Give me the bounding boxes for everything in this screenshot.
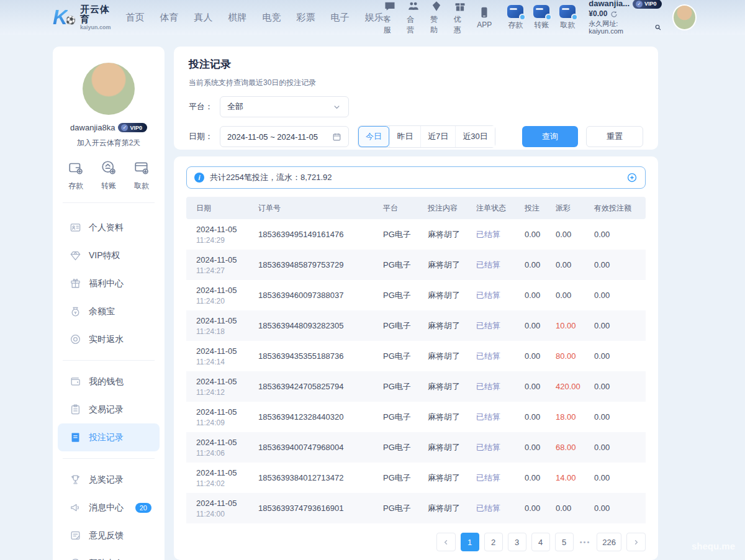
platform: PG电子 (383, 260, 428, 271)
phone-link[interactable]: APP (477, 6, 492, 29)
divider (63, 202, 155, 203)
table-row: 2024-11-05 11:24:27 1853639485879753729 … (186, 250, 646, 280)
avatar[interactable] (672, 4, 697, 30)
username[interactable]: dawanjia... (589, 0, 630, 9)
search-icon[interactable] (654, 24, 662, 31)
column-header: 订单号 (258, 203, 383, 214)
people-icon (407, 0, 420, 12)
transfer-card-icon (533, 5, 549, 18)
diamond-link[interactable]: 赞助 (430, 0, 443, 35)
nav-item-棋牌[interactable]: 棋牌 (228, 12, 247, 24)
quick-action-transfer[interactable]: 转账 (101, 160, 117, 191)
nav-item-体育[interactable]: 体育 (160, 12, 179, 24)
page-button-5[interactable]: 5 (555, 533, 574, 551)
refresh-icon[interactable] (610, 11, 618, 18)
chat-link[interactable]: 客服 (384, 0, 397, 35)
sidebar-item-transactions[interactable]: 交易记录 (58, 395, 160, 423)
bet-status: 已结算 (476, 472, 525, 484)
sidebar-item-money-bag[interactable]: 余额宝 (58, 297, 160, 325)
people-link[interactable]: 合营 (407, 0, 420, 35)
page-button-1[interactable]: 1 (461, 533, 479, 551)
page-button-3[interactable]: 3 (508, 533, 526, 551)
order-number: 1853639448093282305 (258, 321, 383, 330)
sidebar-menu: 个人资料VIP特权福利中心余额宝实时返水我的钱包交易记录投注记录兑奖记录消息中心… (53, 205, 165, 560)
quick-action-deposit[interactable]: 存款 (68, 160, 84, 191)
bet-amount: 0.00 (525, 321, 556, 330)
unread-badge: 20 (135, 503, 151, 513)
range-button-近7日[interactable]: 近7日 (420, 126, 455, 147)
bet-status: 已结算 (476, 260, 525, 271)
order-number: 1853639384012713472 (258, 473, 383, 482)
sidebar-item-help[interactable]: 帮助中心 (58, 549, 160, 560)
search-button[interactable]: 查询 (522, 126, 578, 147)
bet-date: 2024-11-05 (196, 377, 258, 386)
sidebar-item-rebate[interactable]: 实时返水 (58, 325, 160, 353)
info-icon: i (194, 173, 204, 183)
brand-logo[interactable]: K ⚽ 开云体育 kaiyun.com (53, 4, 111, 31)
gift-link[interactable]: 优惠 (454, 0, 467, 35)
bet-content: 麻将胡了 (428, 229, 476, 240)
reset-button[interactable]: 重置 (586, 126, 643, 147)
deposit-card-icon (507, 5, 523, 18)
menu-group: 个人资料VIP特权福利中心余额宝实时返水 (53, 209, 165, 358)
sidebar-item-id-card[interactable]: 个人资料 (58, 214, 160, 242)
bet-time: 11:24:27 (196, 266, 258, 275)
transfer-card-link[interactable]: 转账 (533, 5, 549, 30)
sidebar-item-vip-gem[interactable]: VIP特权 (58, 242, 160, 269)
deposit-card-link[interactable]: 存款 (507, 5, 523, 30)
page-button-2[interactable]: 2 (484, 533, 503, 551)
expand-button[interactable] (626, 172, 638, 183)
bet-content: 麻将胡了 (428, 472, 476, 484)
bet-time: 11:24:09 (196, 418, 258, 427)
withdraw-card-link[interactable]: 取款 (559, 5, 576, 30)
range-button-近30日[interactable]: 近30日 (455, 126, 494, 147)
date-range-input[interactable]: 2024-11-05 ~ 2024-11-05 (220, 126, 349, 147)
nav-item-彩票[interactable]: 彩票 (297, 12, 315, 24)
welfare-gift-icon (70, 278, 81, 289)
nav-item-娱乐[interactable]: 娱乐 (365, 12, 384, 24)
order-number: 1853639412328440320 (258, 412, 383, 422)
next-page-button[interactable] (626, 533, 646, 551)
chevron-left-icon (442, 538, 450, 546)
page: K ⚽ 开云体育 kaiyun.com 首页体育真人棋牌电竞彩票电子娱乐 客服合… (0, 0, 745, 560)
chat-icon (384, 0, 396, 12)
nav-item-电子[interactable]: 电子 (331, 12, 350, 24)
table-row: 2024-11-05 11:24:00 1853639374793616901 … (186, 493, 646, 523)
prev-page-button[interactable] (436, 533, 456, 551)
sidebar-item-wallet[interactable]: 我的钱包 (58, 368, 160, 395)
bet-amount: 0.00 (525, 351, 556, 361)
table-row: 2024-11-05 11:24:29 1853639495149161476 … (186, 219, 646, 250)
page-button-226[interactable]: 226 (597, 533, 621, 551)
bet-content: 麻将胡了 (428, 412, 476, 423)
valid-bet-amount: 0.00 (594, 321, 636, 330)
nav-item-首页[interactable]: 首页 (126, 12, 145, 24)
range-button-今日[interactable]: 今日 (358, 126, 389, 147)
sidebar-item-message[interactable]: 消息中心20 (58, 494, 160, 522)
prize-icon (70, 474, 81, 485)
sidebar-item-bet-records[interactable]: 投注记录 (58, 423, 160, 451)
page-button-4[interactable]: 4 (531, 533, 550, 551)
sidebar-item-prize[interactable]: 兑奖记录 (58, 466, 160, 494)
brand-name: 开云体育 (80, 4, 111, 25)
date-label: 日期： (189, 131, 220, 142)
profile-card: dawanjia8ka ✓ VIP0 加入开云体育第2天 (53, 63, 165, 148)
payout-amount: 14.00 (556, 473, 594, 482)
bet-content: 麻将胡了 (428, 260, 476, 271)
valid-bet-amount: 0.00 (594, 291, 636, 300)
bet-time: 11:24:29 (196, 236, 258, 245)
main-menu: 首页体育真人棋牌电竞彩票电子娱乐 (126, 12, 384, 24)
balance: ¥0.00 (589, 10, 607, 19)
nav-item-真人[interactable]: 真人 (194, 12, 213, 24)
divider (63, 360, 155, 361)
sidebar-item-feedback[interactable]: 意见反馈 (58, 522, 160, 549)
sidebar-item-welfare-gift[interactable]: 福利中心 (58, 269, 160, 297)
profile-username: dawanjia8ka (70, 123, 115, 132)
platform-select[interactable]: 全部 (220, 96, 349, 117)
order-number: 1853639485879753729 (258, 260, 383, 269)
range-button-昨日[interactable]: 昨日 (389, 126, 420, 147)
bet-status: 已结算 (476, 381, 525, 392)
id-card-icon (70, 222, 81, 233)
quick-action-withdraw[interactable]: 取款 (133, 160, 150, 191)
nav-item-电竞[interactable]: 电竞 (263, 12, 281, 24)
bet-amount: 0.00 (525, 230, 556, 239)
